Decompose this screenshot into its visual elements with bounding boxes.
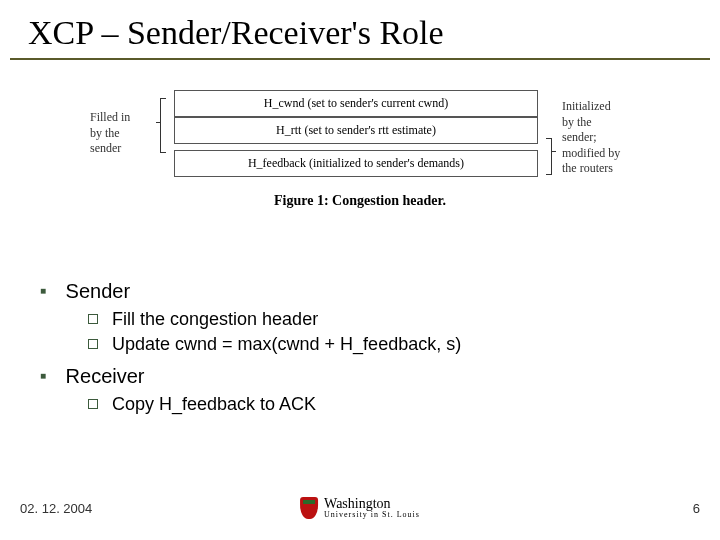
figure-left-annotation: Filled in by the sender	[90, 90, 154, 177]
sender-item-fill-text: Fill the congestion header	[112, 309, 318, 329]
university-wordmark: Washington University in St. Louis	[324, 497, 420, 519]
sender-sublist: Fill the congestion header Update cwnd =…	[88, 309, 680, 355]
university-line2: University in St. Louis	[324, 511, 420, 519]
footer-page-number: 6	[693, 501, 700, 516]
shield-icon	[300, 497, 318, 519]
left-curly-brace-icon	[154, 90, 168, 177]
figure-left-l3: sender	[90, 141, 150, 157]
figure-right-l1: Initialized	[562, 99, 630, 115]
field-h-feedback: H_feedback (initialized to sender's dema…	[174, 150, 538, 177]
footer-logo: Washington University in St. Louis	[300, 497, 420, 519]
slide-title: XCP – Sender/Receiver's Role	[28, 14, 444, 51]
right-curly-brace-icon	[544, 90, 558, 177]
figure-congestion-header: Filled in by the sender H_cwnd (set to s…	[90, 90, 630, 209]
figure-right-l5: the routers	[562, 161, 630, 177]
slide-footer: 02. 12. 2004 Washington University in St…	[20, 488, 700, 528]
receiver-item-copy-text: Copy H_feedback to ACK	[112, 394, 316, 414]
bullet-sender-label: Sender	[66, 280, 131, 302]
receiver-sublist: Copy H_feedback to ACK	[88, 394, 680, 415]
footer-date: 02. 12. 2004	[20, 501, 92, 516]
sender-item-update-text: Update cwnd = max(cwnd + H_feedback, s)	[112, 334, 461, 354]
bullet-receiver: Receiver Copy H_feedback to ACK	[40, 365, 680, 415]
university-line1: Washington	[324, 496, 391, 511]
figure-right-l2: by the	[562, 115, 630, 131]
header-field-table: H_cwnd (set to sender's current cwnd) H_…	[174, 90, 538, 177]
bullet-sender: Sender Fill the congestion header Update…	[40, 280, 680, 355]
figure-right-l4: modified by	[562, 146, 630, 162]
field-h-cwnd: H_cwnd (set to sender's current cwnd)	[174, 90, 538, 117]
title-underline	[10, 58, 710, 60]
bullet-content: Sender Fill the congestion header Update…	[40, 280, 680, 425]
bullet-list: Sender Fill the congestion header Update…	[40, 280, 680, 415]
figure-right-annotation: Initialized by the sender; modified by t…	[558, 90, 630, 177]
field-h-rtt: H_rtt (set to sender's rtt estimate)	[174, 117, 538, 144]
receiver-item-copy: Copy H_feedback to ACK	[88, 394, 680, 415]
figure-left-l2: by the	[90, 126, 150, 142]
bullet-receiver-label: Receiver	[66, 365, 145, 387]
figure-right-l3: sender;	[562, 130, 630, 146]
figure-caption: Figure 1: Congestion header.	[90, 193, 630, 209]
slide: XCP – Sender/Receiver's Role Filled in b…	[0, 0, 720, 540]
sender-item-fill: Fill the congestion header	[88, 309, 680, 330]
sender-item-update: Update cwnd = max(cwnd + H_feedback, s)	[88, 334, 680, 355]
figure-left-l1: Filled in	[90, 110, 150, 126]
figure-body: Filled in by the sender H_cwnd (set to s…	[90, 90, 630, 177]
